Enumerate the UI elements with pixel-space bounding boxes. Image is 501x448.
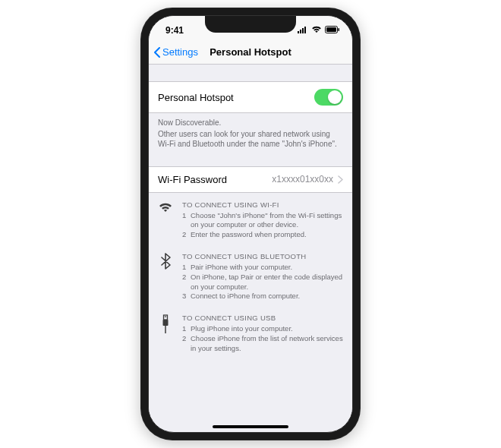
instructions: TO CONNECT USING WI-FI 1Choose "John's i… xyxy=(149,193,352,354)
svg-rect-0 xyxy=(298,31,299,33)
usb-icon xyxy=(158,314,173,353)
instruction-usb: TO CONNECT USING USB 1Plug iPhone into y… xyxy=(158,314,343,353)
svg-rect-9 xyxy=(165,316,166,317)
svg-rect-6 xyxy=(339,28,340,31)
svg-rect-7 xyxy=(164,315,168,320)
chevron-right-icon xyxy=(338,175,343,184)
svg-rect-10 xyxy=(163,320,169,326)
instruction-title: TO CONNECT USING BLUETOOTH xyxy=(182,252,343,260)
screen: 9:41 Settings Personal Hotspot xyxy=(148,15,353,433)
instruction-step: 3Connect to iPhone from computer. xyxy=(182,292,343,301)
instruction-step: 1Pair iPhone with your computer. xyxy=(182,263,343,273)
nav-bar: Settings Personal Hotspot xyxy=(149,40,352,65)
wifi-password-row[interactable]: Wi-Fi Password x1xxxx01xx0xx xyxy=(149,166,352,193)
instruction-bluetooth: TO CONNECT USING BLUETOOTH 1Pair iPhone … xyxy=(158,252,343,301)
instruction-step: 2On iPhone, tap Pair or enter the code d… xyxy=(182,273,343,292)
phone-frame: 9:41 Settings Personal Hotspot xyxy=(140,8,361,440)
home-indicator[interactable] xyxy=(213,425,288,428)
svg-rect-2 xyxy=(302,28,304,33)
back-label: Settings xyxy=(162,46,198,58)
hotspot-toggle-row[interactable]: Personal Hotspot xyxy=(149,81,352,113)
wifi-password-label: Wi-Fi Password xyxy=(158,174,227,185)
hotspot-footer: Now Discoverable. Other users can look f… xyxy=(149,113,352,150)
instruction-step: 1Plug iPhone into your computer. xyxy=(182,324,343,334)
svg-rect-5 xyxy=(326,27,336,32)
instruction-title: TO CONNECT USING USB xyxy=(182,314,343,322)
content: Personal Hotspot Now Discoverable. Other… xyxy=(149,65,352,418)
svg-rect-3 xyxy=(304,27,306,33)
battery-icon xyxy=(325,25,340,36)
status-time: 9:41 xyxy=(165,25,184,36)
instruction-title: TO CONNECT USING WI-FI xyxy=(182,200,343,209)
cellular-icon xyxy=(298,25,308,36)
instruction-step: 2Enter the password when prompted. xyxy=(182,230,343,240)
wifi-icon xyxy=(158,200,173,240)
footer-description: Other users can look for your shared net… xyxy=(158,129,343,150)
wifi-password-value: x1xxxx01xx0xx xyxy=(272,174,333,185)
chevron-left-icon xyxy=(153,47,161,58)
instruction-step: 1Choose "John's iPhone" from the Wi-Fi s… xyxy=(182,211,343,231)
svg-rect-8 xyxy=(165,316,165,317)
back-button[interactable]: Settings xyxy=(149,46,198,58)
bluetooth-icon xyxy=(158,252,173,301)
hotspot-toggle[interactable] xyxy=(314,89,343,106)
wifi-status-icon xyxy=(311,25,322,36)
footer-discoverable: Now Discoverable. xyxy=(158,118,343,128)
hotspot-label: Personal Hotspot xyxy=(158,92,234,103)
instruction-step: 2Choose iPhone from the list of network … xyxy=(182,334,343,354)
instruction-wifi: TO CONNECT USING WI-FI 1Choose "John's i… xyxy=(158,200,343,240)
notch xyxy=(205,16,296,33)
svg-rect-1 xyxy=(300,30,301,33)
